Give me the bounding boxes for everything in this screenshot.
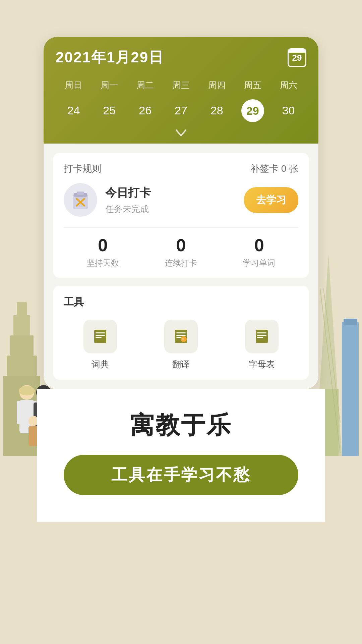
slogan-button[interactable]: 工具在手学习不愁 (64, 455, 298, 495)
svg-rect-43 (257, 332, 266, 333)
svg-rect-45 (257, 337, 263, 338)
stat-number: 0 (98, 236, 108, 255)
today-checkin-row: 今日打卡 任务未完成 去学习 (64, 183, 298, 217)
svg-rect-37 (176, 332, 186, 333)
weekday-label: 周二 (127, 77, 163, 94)
calendar-icon-bar (289, 49, 305, 53)
date-cell[interactable]: 30 (270, 99, 306, 122)
weekday-label: 周日 (56, 77, 92, 94)
tools-card: 工具 词典 ≡ 翻译 字母表 (53, 286, 309, 380)
calendar-title: 2021年1月29日 (56, 48, 164, 67)
checkin-task-icon (69, 189, 92, 211)
checkin-icon-wrap (64, 183, 97, 217)
checkin-supplement: 补签卡 0 张 (250, 162, 298, 175)
date-cell[interactable]: 28 (199, 99, 235, 122)
svg-rect-38 (176, 335, 186, 336)
weekday-label: 周四 (199, 77, 235, 94)
stat-label: 学习单词 (243, 258, 275, 268)
stat-number: 0 (254, 236, 264, 255)
stat-item: 0 学习单词 (220, 236, 298, 268)
date-cell[interactable]: 26 (127, 99, 163, 122)
svg-rect-44 (257, 335, 266, 336)
stat-item: 0 坚持天数 (64, 236, 142, 268)
tool-icon-wrap: ≡ (164, 320, 198, 353)
phone-card: 2021年1月29日 29 周日周一周二周三周四周五周六 24252627282… (44, 37, 318, 389)
stats-divider (64, 227, 298, 228)
dates-row[interactable]: 24252627282930 (56, 99, 306, 122)
tool-icon-wrap (245, 320, 279, 353)
card-body: 打卡规则 补签卡 0 张 (44, 144, 318, 389)
date-cell[interactable]: 29 (241, 99, 264, 122)
svg-rect-42 (256, 330, 268, 343)
checkin-rules-row: 打卡规则 补签卡 0 张 (64, 162, 298, 175)
svg-text:≡: ≡ (182, 337, 184, 341)
slogan-main: 寓教于乐 (130, 409, 232, 441)
checkin-card: 打卡规则 补签卡 0 张 (53, 153, 309, 278)
chevron-down-icon (175, 129, 187, 137)
go-study-button[interactable]: 去学习 (244, 187, 298, 213)
calendar-header: 2021年1月29日 29 周日周一周二周三周四周五周六 24252627282… (44, 37, 318, 144)
svg-rect-29 (77, 192, 84, 195)
weekday-label: 周五 (235, 77, 270, 94)
tool-item-translate[interactable]: ≡ 翻译 (144, 320, 217, 370)
today-checkin-title: 今日打卡 (105, 185, 244, 201)
stat-item: 0 连续打卡 (142, 236, 220, 268)
date-cell[interactable]: 25 (92, 99, 127, 122)
stat-label: 连续打卡 (165, 258, 197, 268)
tool-icon-wrap (83, 320, 117, 353)
stats-row: 0 坚持天数 0 连续打卡 0 学习单词 (64, 236, 298, 268)
weekday-label: 周六 (270, 77, 306, 94)
tool-label: 词典 (92, 359, 109, 370)
stat-label: 坚持天数 (87, 258, 119, 268)
main-content: 2021年1月29日 29 周日周一周二周三周四周五周六 24252627282… (0, 0, 362, 522)
tool-label: 翻译 (172, 359, 190, 370)
date-cell[interactable]: 27 (163, 99, 199, 122)
bottom-section: 寓教于乐 工具在手学习不愁 (37, 389, 325, 522)
today-checkin-text: 今日打卡 任务未完成 (105, 185, 244, 215)
tools-grid: 词典 ≡ 翻译 字母表 (64, 320, 298, 370)
stat-number: 0 (176, 236, 186, 255)
svg-rect-34 (96, 335, 105, 336)
svg-rect-33 (96, 332, 105, 333)
weekday-label: 周三 (163, 77, 199, 94)
weekday-label: 周一 (92, 77, 127, 94)
expand-arrow[interactable] (56, 129, 306, 144)
today-checkin-sub: 任务未完成 (105, 203, 244, 215)
tool-label: 字母表 (249, 359, 275, 370)
calendar-icon[interactable]: 29 (288, 48, 306, 67)
svg-rect-35 (96, 337, 102, 338)
tools-title: 工具 (64, 295, 298, 309)
tool-item-dict[interactable]: 词典 (64, 320, 136, 370)
svg-rect-32 (94, 330, 106, 343)
weekdays-row: 周日周一周二周三周四周五周六 (56, 77, 306, 94)
tool-item-alphabet[interactable]: 字母表 (226, 320, 298, 370)
calendar-title-row: 2021年1月29日 29 (56, 48, 306, 67)
date-cell[interactable]: 24 (56, 99, 92, 122)
checkin-rules-label[interactable]: 打卡规则 (64, 162, 101, 175)
calendar-icon-number: 29 (292, 53, 302, 62)
